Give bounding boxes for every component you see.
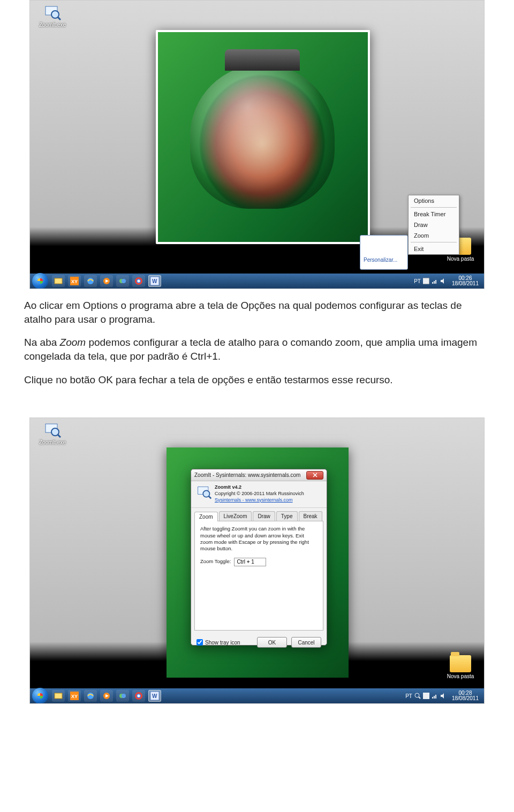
svg-rect-18: [434, 281, 435, 284]
svg-rect-45: [435, 695, 436, 699]
taskbar-xy[interactable]: XY: [68, 275, 81, 287]
show-tray-icon-label: Show tray icon: [205, 640, 240, 646]
taskbar-clock[interactable]: 00:28 18/08/2011: [449, 690, 482, 701]
taskbar-chrome[interactable]: [132, 690, 145, 702]
menu-item-zoom[interactable]: Zoom: [409, 230, 459, 241]
taskbar-msn[interactable]: [116, 275, 129, 287]
taskbar-explorer[interactable]: [52, 690, 65, 702]
taskbar-msn[interactable]: [116, 690, 129, 702]
menu-item-draw[interactable]: Draw: [409, 219, 459, 230]
desktop-icon-label: Nova pasta: [447, 256, 474, 262]
tray-network-icon[interactable]: [432, 278, 438, 284]
svg-point-22: [51, 428, 59, 436]
zoom-toggle-label: Zoom Toggle:: [200, 558, 231, 565]
system-tray: PT 00:26 18/08/2011: [414, 276, 484, 286]
language-indicator[interactable]: PT: [405, 693, 412, 699]
wallpaper-image: [156, 30, 370, 244]
start-button[interactable]: [32, 273, 48, 289]
screenshot-1-desktop: ZoomIt.exe Nova pasta Personalizar... Op…: [29, 0, 485, 289]
zoom-description: After toggling ZoomIt you can zoom in wi…: [200, 526, 318, 552]
show-tray-icon-input[interactable]: [196, 639, 203, 646]
dialog-footer: Show tray icon OK Cancel: [191, 634, 327, 651]
screenshot-2-desktop: ZoomIt.exe Nova pasta ZoomIt - Sysintern…: [29, 418, 485, 704]
language-indicator[interactable]: PT: [414, 278, 421, 284]
ok-button[interactable]: OK: [257, 637, 287, 648]
svg-rect-42: [423, 693, 429, 699]
desktop-icon-label: ZoomIt.exe: [39, 439, 66, 445]
show-tray-icon-checkbox[interactable]: Show tray icon: [196, 639, 240, 646]
tray-context-menu: Options Break Timer Draw Zoom Exit: [408, 195, 459, 255]
clock-date: 18/08/2011: [452, 281, 479, 286]
tab-draw[interactable]: Draw: [253, 511, 275, 521]
dialog-tabs: Zoom LiveZoom Draw Type Break: [191, 511, 327, 521]
clock-date: 18/08/2011: [452, 696, 479, 701]
svg-text:XY: XY: [71, 279, 78, 284]
menu-item-break-timer[interactable]: Break Timer: [409, 209, 459, 219]
svg-rect-19: [435, 280, 436, 284]
taskbar-wmp[interactable]: [100, 690, 113, 702]
dialog-titlebar[interactable]: ZoomIt - Sysinternals: www.sysinternals.…: [191, 469, 327, 481]
dialog-app-name: ZoomIt v4.2: [215, 484, 304, 491]
customize-link[interactable]: Personalizar...: [364, 257, 397, 263]
taskbar: XY W PT 00:28 18/08/2011: [30, 688, 484, 703]
svg-point-10: [122, 279, 126, 283]
tray-flag-icon[interactable]: [423, 278, 429, 284]
svg-text:W: W: [152, 693, 157, 699]
dialog-header: ZoomIt v4.2 Copyright © 2006-2011 Mark R…: [191, 481, 327, 508]
svg-rect-3: [55, 278, 62, 284]
zoomit-app-icon: [196, 484, 211, 499]
tray-volume-icon[interactable]: [440, 693, 447, 699]
cancel-button[interactable]: Cancel: [291, 637, 321, 648]
taskbar-word[interactable]: W: [148, 690, 161, 702]
close-icon: [313, 473, 318, 477]
tab-type[interactable]: Type: [276, 511, 298, 521]
taskbar-chrome[interactable]: [132, 275, 145, 287]
desktop-icon-label: ZoomIt.exe: [39, 22, 66, 28]
svg-point-40: [415, 693, 419, 697]
taskbar-clock[interactable]: 00:26 18/08/2011: [449, 276, 482, 286]
svg-point-25: [203, 491, 209, 497]
zoom-toggle-input[interactable]: [234, 558, 266, 566]
svg-line-41: [419, 697, 420, 699]
tab-zoom[interactable]: Zoom: [194, 512, 218, 521]
desktop-icon-folder[interactable]: Nova pasta: [444, 655, 477, 679]
svg-marker-20: [441, 278, 444, 284]
paragraph-2: Na aba Zoom podemos configurar a tecla d…: [24, 336, 490, 363]
dialog-title-text: ZoomIt - Sysinternals: www.sysinternals.…: [194, 472, 306, 478]
dialog-copyright: Copyright © 2006-2011 Mark Russinovich: [215, 491, 304, 497]
zoomit-icon: [44, 421, 61, 438]
svg-line-23: [58, 435, 61, 437]
taskbar-explorer[interactable]: [52, 275, 65, 287]
svg-rect-44: [434, 696, 435, 699]
desktop-icon-zoomit[interactable]: ZoomIt.exe: [36, 4, 69, 28]
folder-icon: [450, 655, 471, 672]
taskbar-ie[interactable]: [84, 690, 97, 702]
start-button[interactable]: [32, 688, 48, 704]
menu-item-options[interactable]: Options: [409, 195, 459, 206]
svg-point-37: [138, 695, 140, 697]
taskbar-word[interactable]: W: [148, 275, 161, 287]
desktop-icon-zoomit[interactable]: ZoomIt.exe: [36, 421, 69, 445]
tray-zoomit-icon[interactable]: [414, 693, 421, 699]
svg-rect-27: [55, 693, 62, 699]
tray-network-icon[interactable]: [432, 693, 438, 699]
svg-rect-43: [432, 697, 433, 699]
tray-volume-icon[interactable]: [440, 278, 447, 284]
svg-point-13: [138, 280, 140, 283]
tab-panel-zoom: After toggling ZoomIt you can zoom in wi…: [194, 521, 323, 631]
taskbar-xy[interactable]: XY: [68, 690, 81, 702]
taskbar-ie[interactable]: [84, 275, 97, 287]
tab-break[interactable]: Break: [299, 511, 322, 521]
taskbar-wmp[interactable]: [100, 275, 113, 287]
menu-item-exit[interactable]: Exit: [409, 244, 459, 254]
tray-customize-popup: Personalizar...: [360, 235, 408, 270]
paragraph-3: Clique no botão OK para fechar a tela de…: [24, 373, 490, 387]
dialog-sysinternals-link[interactable]: Sysinternals - www.sysinternals.com: [215, 497, 293, 503]
tray-flag-icon[interactable]: [423, 693, 429, 699]
tab-livezoom[interactable]: LiveZoom: [219, 511, 252, 521]
svg-line-26: [209, 496, 211, 498]
svg-point-1: [51, 11, 59, 18]
dialog-close-button[interactable]: [306, 471, 323, 480]
svg-rect-16: [423, 278, 429, 284]
svg-point-34: [122, 694, 126, 698]
